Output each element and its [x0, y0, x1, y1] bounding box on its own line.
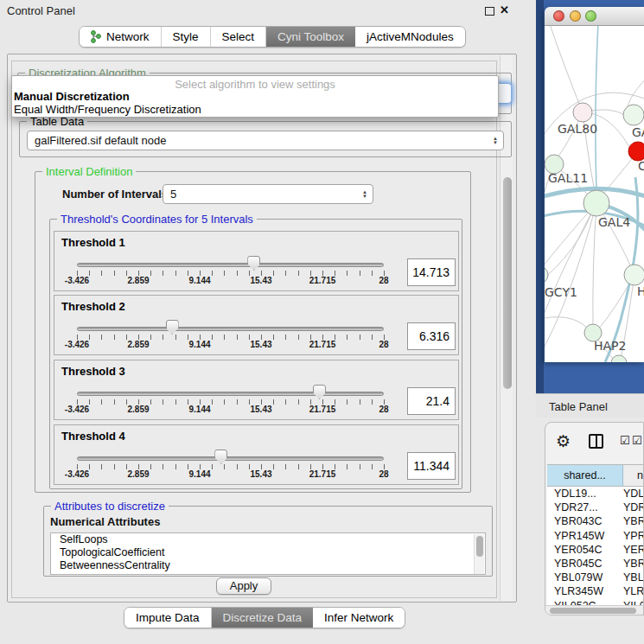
table-header-row: shared... n — [547, 464, 644, 487]
table-panel-header: Table Panel — [536, 393, 644, 418]
panel-scrollbar-thumb[interactable] — [503, 177, 512, 389]
tab-infer-network[interactable]: Infer Network — [313, 608, 405, 628]
node-h — [624, 265, 644, 285]
table-row[interactable]: YBL079WYBL0 — [547, 571, 644, 584]
table-horizontal-scrollbar[interactable] — [545, 605, 643, 615]
cytoscape-desktop: GAL80 GA C GAL11 GAL4 GCY1 H HAP2 — [536, 0, 644, 393]
thresholds-group-title: Threshold's Coordinates for 5 Intervals — [57, 213, 257, 226]
node-gal80 — [573, 103, 592, 122]
table-data-group: Table Data galFiltered.sif default node … — [19, 121, 512, 157]
node-gcy1 — [545, 266, 548, 284]
threshold-3-value-field[interactable] — [407, 387, 456, 415]
network-canvas[interactable]: GAL80 GA C GAL11 GAL4 GCY1 H HAP2 — [545, 26, 644, 362]
node-label: GAL80 — [558, 122, 597, 136]
apply-button[interactable]: Apply — [216, 577, 271, 595]
table-data-combo[interactable]: galFiltered.sif default node ▲▼ — [27, 131, 504, 150]
tab-select[interactable]: Select — [211, 27, 267, 47]
threshold-1-panel: Threshold 1 -3.4262.8599.14415.4321.7152… — [54, 231, 459, 291]
gear-icon[interactable]: ⚙ — [556, 431, 571, 451]
node-label: HAP2 — [594, 339, 626, 353]
numerical-attributes-label: Numerical Attributes — [50, 515, 160, 528]
bottom-tab-bar: Impute Data Discretize Data Infer Networ… — [124, 607, 405, 628]
tab-impute-data[interactable]: Impute Data — [124, 608, 212, 628]
list-item[interactable]: BetweennessCentrality — [51, 559, 485, 572]
minimize-traffic-light[interactable] — [570, 10, 581, 22]
split-columns-icon[interactable] — [589, 434, 603, 449]
table-scrollbar-thumb[interactable] — [550, 608, 636, 614]
tab-jactivemnodules[interactable]: jActiveMNodules — [355, 27, 465, 47]
slider-tick-labels: -3.4262.8599.14415.4321.71528 — [77, 340, 384, 350]
tab-cyni-toolbox[interactable]: Cyni Toolbox — [266, 27, 355, 47]
threshold-3-slider-track[interactable] — [77, 392, 384, 396]
slider-tick-labels: -3.4262.8599.14415.4321.71528 — [77, 469, 384, 480]
column-header-name[interactable]: n — [623, 465, 644, 486]
threshold-1-label: Threshold 1 — [61, 236, 125, 249]
list-item[interactable]: SelfLoops — [51, 533, 485, 546]
threshold-4-slider-track[interactable] — [77, 456, 384, 461]
table-row[interactable]: YBR043CYBR0 — [547, 514, 644, 528]
checkbox-icon[interactable]: ☑ — [632, 434, 642, 447]
number-of-intervals-combo[interactable]: 5 ▲▼ — [163, 184, 373, 204]
threshold-4-value-field[interactable] — [407, 452, 456, 480]
column-header-shared-name[interactable]: shared... — [547, 465, 623, 486]
threshold-2-panel: Threshold 2 -3.4262.8599.14415.4321.7152… — [54, 295, 459, 355]
control-panel-titlebar: Control Panel ✕ — [0, 0, 536, 21]
threshold-1-slider-thumb[interactable] — [247, 256, 260, 271]
node-gal4 — [583, 190, 609, 216]
threshold-1-slider-track[interactable] — [77, 263, 384, 267]
table-toolbar: ⚙ ☑ ☑ — [545, 423, 643, 462]
node-label: H — [637, 284, 644, 298]
node-label: C — [638, 159, 644, 173]
list-item[interactable]: TopologicalCoefficient — [51, 546, 485, 559]
close-icon[interactable]: ✕ — [500, 3, 509, 16]
network-graph: GAL80 GA C GAL11 GAL4 GCY1 H HAP2 — [545, 26, 644, 362]
table-row[interactable]: YLR345WYLR3 — [547, 584, 644, 598]
tab-style[interactable]: Style — [162, 27, 211, 47]
dropdown-prompt: Select algorithm to view settings — [12, 76, 498, 90]
combo-arrows-icon: ▲▼ — [493, 137, 498, 145]
table-row[interactable]: YER054CYER0 — [547, 543, 644, 557]
threshold-2-slider-track[interactable] — [77, 327, 384, 331]
network-window-titlebar — [545, 7, 644, 26]
float-window-icon[interactable] — [485, 7, 494, 16]
table-row[interactable]: YDL19...YDL1 — [547, 487, 644, 501]
node-label: GAL11 — [548, 171, 588, 185]
number-of-intervals-label: Number of Intervals — [62, 188, 168, 201]
combo-arrows-icon: ▲▼ — [362, 190, 367, 199]
close-traffic-light[interactable] — [553, 10, 564, 22]
desktop-edge — [536, 0, 544, 393]
threshold-3-panel: Threshold 3 -3.4262.8599.14415.4321.7152… — [54, 360, 459, 420]
table-panel: ⚙ ☑ ☑ shared... n YDL19...YDL1 YDR27...Y… — [545, 422, 644, 615]
node-bottom — [611, 355, 627, 362]
node-top-right — [623, 105, 644, 125]
interval-definition-title: Interval Definition — [42, 165, 136, 178]
slider-tick-labels: -3.4262.8599.14415.4321.71528 — [77, 405, 384, 415]
network-window: GAL80 GA C GAL11 GAL4 GCY1 H HAP2 — [545, 7, 644, 362]
threshold-4-label: Threshold 4 — [61, 430, 125, 443]
threshold-2-slider-thumb[interactable] — [166, 320, 179, 335]
slider-tick-labels: -3.4262.8599.14415.4321.71528 — [77, 276, 384, 286]
algorithm-dropdown-popup: Select algorithm to view settings Manual… — [11, 75, 499, 118]
tab-discretize-data[interactable]: Discretize Data — [212, 608, 314, 628]
threshold-4-slider-thumb[interactable] — [214, 450, 227, 464]
threshold-2-value-field[interactable] — [407, 322, 456, 350]
dropdown-item-equal-width[interactable]: Equal Width/Frequency Discretization — [12, 103, 498, 116]
threshold-4-panel: Threshold 4 -3.4262.8599.14415.4321.7152… — [54, 424, 459, 485]
node-label: GA — [632, 125, 644, 139]
threshold-3-label: Threshold 3 — [61, 365, 125, 378]
dropdown-item-manual[interactable]: Manual Discretization — [12, 90, 498, 103]
numerical-attributes-list[interactable]: SelfLoops TopologicalCoefficient Between… — [50, 532, 486, 575]
table-panel-title: Table Panel — [549, 400, 608, 413]
table-row[interactable]: YBR045CYBR0 — [547, 557, 644, 571]
attributes-group-title: Attributes to discretize — [51, 500, 169, 513]
panel-title: Control Panel — [7, 4, 75, 17]
threshold-3-slider-thumb[interactable] — [313, 385, 326, 399]
list-scrollbar[interactable] — [474, 534, 484, 575]
zoom-traffic-light[interactable] — [585, 10, 596, 22]
checkbox-icon[interactable]: ☑ — [620, 434, 630, 447]
table-row[interactable]: YDR27...YDR2 — [547, 501, 644, 514]
tab-network[interactable]: Network — [80, 27, 162, 47]
table-row[interactable]: YPR145WYPR1 — [547, 529, 644, 543]
threshold-1-value-field[interactable] — [407, 258, 456, 286]
network-icon — [91, 30, 101, 43]
